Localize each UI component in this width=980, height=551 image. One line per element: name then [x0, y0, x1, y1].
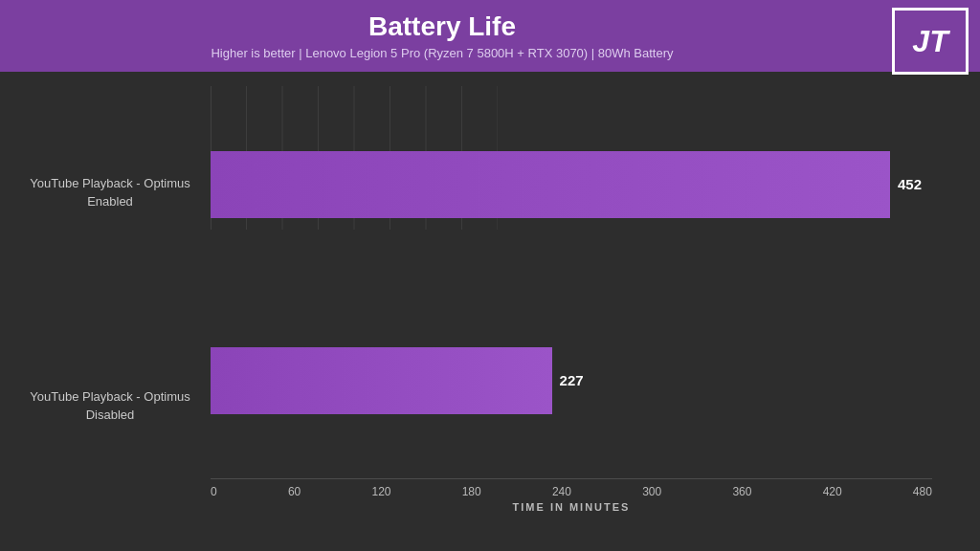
chart-right: 452 227 0 60 120 180 240 300 360 — [211, 86, 932, 513]
x-axis-title: TIME IN MINUTES — [211, 501, 932, 513]
y-label-1: YouTube Playback - Optimus Disabled — [19, 388, 201, 423]
x-tick-labels: 0 60 120 180 240 300 360 420 480 — [211, 485, 932, 498]
chart-area: YouTube Playback - Optimus Enabled YouTu… — [0, 72, 980, 527]
bar-fill-0 — [211, 151, 890, 218]
bar-row-0: 452 — [211, 151, 932, 218]
tick-7: 420 — [823, 485, 842, 498]
logo: JT — [892, 8, 969, 75]
logo-text: JT — [912, 24, 947, 59]
bars-area: 452 227 — [211, 86, 932, 478]
bar-value-0: 452 — [898, 176, 922, 192]
bar-value-1: 227 — [560, 372, 584, 388]
tick-6: 360 — [732, 485, 751, 498]
tick-4: 240 — [552, 485, 571, 498]
chart-body: YouTube Playback - Optimus Enabled YouTu… — [19, 86, 932, 513]
tick-3: 180 — [462, 485, 481, 498]
chart-subtitle: Higher is better | Lenovo Legion 5 Pro (… — [19, 46, 865, 60]
tick-8: 480 — [913, 485, 932, 498]
y-label-0: YouTube Playback - Optimus Enabled — [19, 175, 201, 209]
chart-header: Battery Life Higher is better | Lenovo L… — [0, 0, 980, 72]
tick-2: 120 — [371, 485, 390, 498]
x-axis: 0 60 120 180 240 300 360 420 480 TIME IN… — [211, 478, 932, 513]
tick-0: 0 — [211, 485, 217, 498]
bar-fill-1 — [211, 347, 552, 414]
y-axis-labels: YouTube Playback - Optimus Enabled YouTu… — [19, 86, 211, 513]
tick-1: 60 — [288, 485, 301, 498]
bar-row-1: 227 — [211, 347, 932, 414]
tick-5: 300 — [642, 485, 661, 498]
chart-title: Battery Life — [19, 11, 865, 42]
